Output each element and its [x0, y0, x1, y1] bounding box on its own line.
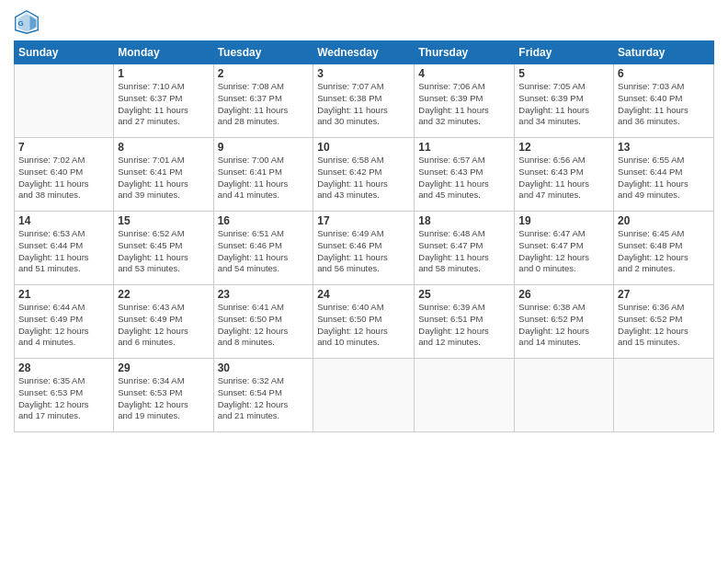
calendar-cell: 17Sunrise: 6:49 AMSunset: 6:46 PMDayligh… — [313, 212, 415, 285]
day-number: 20 — [618, 214, 710, 227]
day-number: 17 — [317, 214, 410, 227]
svg-text:G: G — [17, 19, 23, 28]
day-number: 22 — [118, 288, 209, 301]
day-info: Sunrise: 7:02 AMSunset: 6:40 PMDaylight:… — [18, 155, 109, 201]
day-number: 23 — [218, 288, 310, 301]
day-number: 26 — [518, 288, 609, 301]
day-number: 13 — [618, 141, 710, 154]
day-info: Sunrise: 6:53 AMSunset: 6:44 PMDaylight:… — [18, 228, 109, 275]
calendar-cell: 9Sunrise: 7:00 AMSunset: 6:41 PMDaylight… — [213, 138, 313, 212]
day-number: 2 — [218, 67, 310, 80]
day-info: Sunrise: 6:57 AMSunset: 6:43 PMDaylight:… — [418, 155, 510, 201]
day-info: Sunrise: 6:56 AMSunset: 6:43 PMDaylight:… — [518, 155, 609, 201]
day-number: 4 — [418, 67, 510, 80]
day-info: Sunrise: 7:08 AMSunset: 6:37 PMDaylight:… — [218, 81, 310, 128]
day-info: Sunrise: 6:40 AMSunset: 6:50 PMDaylight:… — [317, 302, 410, 349]
calendar-week-row: 7Sunrise: 7:02 AMSunset: 6:40 PMDaylight… — [15, 138, 714, 212]
calendar-cell: 7Sunrise: 7:02 AMSunset: 6:40 PMDaylight… — [15, 138, 114, 212]
day-number: 3 — [317, 67, 410, 80]
calendar-cell — [313, 359, 415, 432]
calendar-cell — [515, 359, 614, 432]
calendar-cell: 22Sunrise: 6:43 AMSunset: 6:49 PMDayligh… — [114, 285, 213, 359]
calendar-cell: 27Sunrise: 6:36 AMSunset: 6:52 PMDayligh… — [614, 285, 714, 359]
calendar-cell: 10Sunrise: 6:58 AMSunset: 6:42 PMDayligh… — [313, 138, 415, 212]
calendar-cell: 15Sunrise: 6:52 AMSunset: 6:45 PMDayligh… — [114, 212, 213, 285]
day-info: Sunrise: 6:44 AMSunset: 6:49 PMDaylight:… — [18, 302, 109, 349]
calendar-cell: 3Sunrise: 7:07 AMSunset: 6:38 PMDaylight… — [313, 64, 415, 138]
logo: G — [14, 9, 43, 35]
day-info: Sunrise: 7:03 AMSunset: 6:40 PMDaylight:… — [618, 81, 710, 128]
day-number: 11 — [418, 141, 510, 154]
day-info: Sunrise: 7:00 AMSunset: 6:41 PMDaylight:… — [218, 155, 310, 201]
day-info: Sunrise: 6:58 AMSunset: 6:42 PMDaylight:… — [317, 155, 410, 201]
calendar-cell: 25Sunrise: 6:39 AMSunset: 6:51 PMDayligh… — [415, 285, 515, 359]
calendar-cell — [15, 64, 114, 138]
calendar-day-header: Monday — [114, 41, 213, 64]
page-header: G — [14, 9, 714, 35]
day-info: Sunrise: 6:49 AMSunset: 6:46 PMDaylight:… — [317, 228, 410, 275]
day-number: 27 — [618, 288, 710, 301]
calendar-cell: 11Sunrise: 6:57 AMSunset: 6:43 PMDayligh… — [415, 138, 515, 212]
day-info: Sunrise: 7:07 AMSunset: 6:38 PMDaylight:… — [317, 81, 410, 128]
calendar-cell: 28Sunrise: 6:35 AMSunset: 6:53 PMDayligh… — [15, 359, 114, 432]
calendar-cell: 20Sunrise: 6:45 AMSunset: 6:48 PMDayligh… — [614, 212, 714, 285]
day-number: 6 — [618, 67, 710, 80]
calendar-cell: 21Sunrise: 6:44 AMSunset: 6:49 PMDayligh… — [15, 285, 114, 359]
day-info: Sunrise: 6:45 AMSunset: 6:48 PMDaylight:… — [618, 228, 710, 275]
day-number: 29 — [118, 362, 209, 374]
day-number: 1 — [118, 67, 209, 80]
day-number: 24 — [317, 288, 410, 301]
day-info: Sunrise: 6:36 AMSunset: 6:52 PMDaylight:… — [618, 302, 710, 349]
day-info: Sunrise: 6:34 AMSunset: 6:53 PMDaylight:… — [118, 375, 209, 422]
calendar-cell: 16Sunrise: 6:51 AMSunset: 6:46 PMDayligh… — [213, 212, 313, 285]
calendar-cell: 6Sunrise: 7:03 AMSunset: 6:40 PMDaylight… — [614, 64, 714, 138]
calendar-cell: 5Sunrise: 7:05 AMSunset: 6:39 PMDaylight… — [515, 64, 614, 138]
day-info: Sunrise: 6:51 AMSunset: 6:46 PMDaylight:… — [218, 228, 310, 275]
calendar-day-header: Thursday — [415, 41, 515, 64]
day-number: 15 — [118, 214, 209, 227]
calendar-cell: 23Sunrise: 6:41 AMSunset: 6:50 PMDayligh… — [213, 285, 313, 359]
calendar-cell: 13Sunrise: 6:55 AMSunset: 6:44 PMDayligh… — [614, 138, 714, 212]
calendar-cell: 8Sunrise: 7:01 AMSunset: 6:41 PMDaylight… — [114, 138, 213, 212]
day-info: Sunrise: 7:10 AMSunset: 6:37 PMDaylight:… — [118, 81, 209, 128]
calendar-table: SundayMondayTuesdayWednesdayThursdayFrid… — [14, 40, 714, 432]
day-number: 25 — [418, 288, 510, 301]
calendar-cell: 1Sunrise: 7:10 AMSunset: 6:37 PMDaylight… — [114, 64, 213, 138]
calendar-header-row: SundayMondayTuesdayWednesdayThursdayFrid… — [15, 41, 714, 64]
day-number: 19 — [518, 214, 609, 227]
calendar-cell: 12Sunrise: 6:56 AMSunset: 6:43 PMDayligh… — [515, 138, 614, 212]
day-number: 12 — [518, 141, 609, 154]
day-info: Sunrise: 6:32 AMSunset: 6:54 PMDaylight:… — [218, 375, 310, 422]
day-info: Sunrise: 7:06 AMSunset: 6:39 PMDaylight:… — [418, 81, 510, 128]
calendar-week-row: 28Sunrise: 6:35 AMSunset: 6:53 PMDayligh… — [15, 359, 714, 432]
day-info: Sunrise: 6:52 AMSunset: 6:45 PMDaylight:… — [118, 228, 209, 275]
logo-icon: G — [14, 9, 40, 35]
calendar-day-header: Friday — [515, 41, 614, 64]
calendar-cell: 24Sunrise: 6:40 AMSunset: 6:50 PMDayligh… — [313, 285, 415, 359]
calendar-cell — [614, 359, 714, 432]
calendar-day-header: Wednesday — [313, 41, 415, 64]
calendar-cell: 2Sunrise: 7:08 AMSunset: 6:37 PMDaylight… — [213, 64, 313, 138]
day-info: Sunrise: 6:55 AMSunset: 6:44 PMDaylight:… — [618, 155, 710, 201]
day-number: 8 — [118, 141, 209, 154]
day-info: Sunrise: 7:01 AMSunset: 6:41 PMDaylight:… — [118, 155, 209, 201]
day-number: 16 — [218, 214, 310, 227]
calendar-cell: 29Sunrise: 6:34 AMSunset: 6:53 PMDayligh… — [114, 359, 213, 432]
calendar-cell: 4Sunrise: 7:06 AMSunset: 6:39 PMDaylight… — [415, 64, 515, 138]
calendar-cell: 30Sunrise: 6:32 AMSunset: 6:54 PMDayligh… — [213, 359, 313, 432]
day-number: 30 — [218, 362, 310, 374]
day-number: 18 — [418, 214, 510, 227]
day-info: Sunrise: 6:48 AMSunset: 6:47 PMDaylight:… — [418, 228, 510, 275]
calendar-day-header: Saturday — [614, 41, 714, 64]
calendar-week-row: 1Sunrise: 7:10 AMSunset: 6:37 PMDaylight… — [15, 64, 714, 138]
calendar-cell: 14Sunrise: 6:53 AMSunset: 6:44 PMDayligh… — [15, 212, 114, 285]
day-info: Sunrise: 6:41 AMSunset: 6:50 PMDaylight:… — [218, 302, 310, 349]
day-number: 14 — [18, 214, 109, 227]
calendar-day-header: Tuesday — [213, 41, 313, 64]
calendar-week-row: 21Sunrise: 6:44 AMSunset: 6:49 PMDayligh… — [15, 285, 714, 359]
calendar-day-header: Sunday — [15, 41, 114, 64]
day-info: Sunrise: 6:39 AMSunset: 6:51 PMDaylight:… — [418, 302, 510, 349]
day-info: Sunrise: 7:05 AMSunset: 6:39 PMDaylight:… — [518, 81, 609, 128]
day-number: 5 — [518, 67, 609, 80]
calendar-cell: 18Sunrise: 6:48 AMSunset: 6:47 PMDayligh… — [415, 212, 515, 285]
